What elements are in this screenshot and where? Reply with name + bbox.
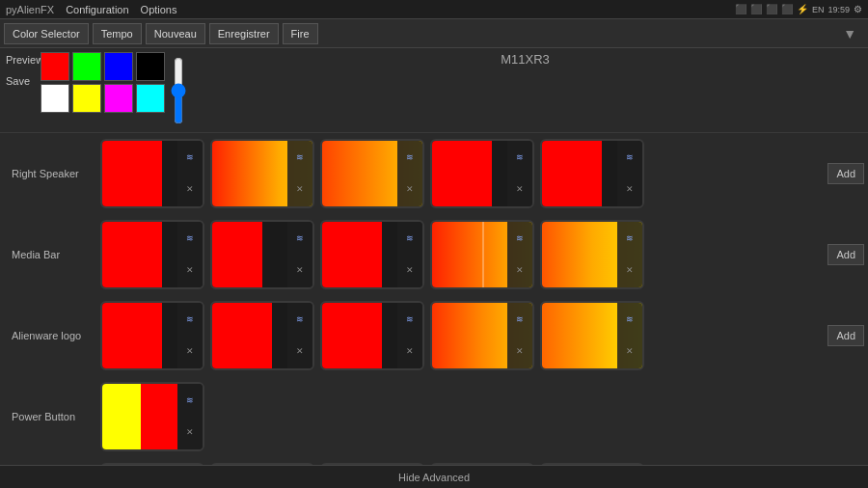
waveform-icon[interactable]: ≋: [626, 315, 634, 324]
main-zones: Right Speaker ≋ ✕ ≋ ✕: [0, 133, 868, 488]
preview-save-column: Preview Save: [6, 52, 37, 87]
waveform-icon[interactable]: ≋: [516, 315, 524, 324]
swatch-row-1: [41, 52, 165, 81]
light-card[interactable]: ≋ ✕: [430, 220, 534, 289]
light-card[interactable]: ≋ ✕: [320, 139, 424, 208]
zone-label-right-speaker: Right Speaker: [4, 168, 100, 179]
swatch-blue[interactable]: [104, 52, 133, 81]
app-title: pyAlienFX: [6, 4, 54, 15]
settings-icon[interactable]: ⚙: [854, 4, 862, 14]
waveform-icon[interactable]: ≋: [296, 315, 304, 324]
tray-icon-1: ⬛: [735, 4, 746, 14]
card-icons: ≋ ✕: [177, 384, 203, 449]
swatch-green[interactable]: [72, 52, 101, 81]
waveform-icon[interactable]: ≋: [186, 396, 194, 405]
zone-label-media-bar: Media Bar: [4, 249, 100, 260]
tempo-slider-area: [169, 52, 188, 129]
light-card[interactable]: ≋ ✕: [100, 139, 204, 208]
waveform-icon[interactable]: ≋: [406, 315, 414, 324]
light-card[interactable]: ≋ ✕: [320, 220, 424, 289]
add-button-media-bar[interactable]: Add: [827, 244, 864, 265]
close-icon[interactable]: ✕: [626, 346, 634, 356]
waveform-icon[interactable]: ≋: [186, 153, 194, 162]
close-icon[interactable]: ✕: [406, 346, 414, 356]
color-selector-label: Color Selector: [4, 23, 89, 44]
swatch-yellow[interactable]: [72, 84, 101, 113]
waveform-icon[interactable]: ≋: [186, 315, 194, 324]
close-icon[interactable]: ✕: [516, 184, 524, 194]
card-icons: ≋ ✕: [397, 303, 422, 368]
save-label: Save: [6, 73, 37, 87]
waveform-icon[interactable]: ≋: [516, 234, 524, 243]
light-card[interactable]: ≋ ✕: [100, 220, 204, 289]
time-display: 19:59: [827, 5, 850, 14]
menu-options[interactable]: Options: [141, 4, 177, 15]
light-card[interactable]: ≋ ✕: [540, 139, 644, 208]
waveform-icon[interactable]: ≋: [296, 234, 304, 243]
close-icon[interactable]: ✕: [186, 346, 194, 356]
lang-indicator: EN: [812, 5, 825, 14]
light-card[interactable]: ≋ ✕: [430, 301, 534, 370]
swatch-black[interactable]: [136, 52, 165, 81]
card-icons: ≋ ✕: [617, 222, 642, 287]
card-icons: ≋ ✕: [397, 141, 422, 206]
close-icon[interactable]: ✕: [296, 184, 304, 194]
waveform-icon[interactable]: ≋: [626, 153, 634, 162]
fire-button[interactable]: Fire: [283, 23, 318, 44]
waveform-icon[interactable]: ≋: [406, 153, 414, 162]
light-card[interactable]: ≋ ✕: [430, 139, 534, 208]
swatch-white[interactable]: [41, 84, 69, 113]
tempo-button[interactable]: Tempo: [93, 23, 142, 44]
hide-advanced-button[interactable]: Hide Advanced: [398, 472, 470, 483]
add-button-right-speaker[interactable]: Add: [827, 163, 864, 184]
bottom-bar: Hide Advanced: [0, 465, 868, 488]
battery-icon: ⚡: [797, 4, 808, 14]
zone-cards-media-bar: ≋ ✕ ≋ ✕ ≋ ✕: [100, 220, 824, 289]
waveform-icon[interactable]: ≋: [406, 234, 414, 243]
swatch-magenta[interactable]: [104, 84, 133, 113]
light-card[interactable]: ≋ ✕: [540, 301, 644, 370]
dropdown-arrow[interactable]: ▼: [843, 26, 864, 41]
waveform-icon[interactable]: ≋: [516, 153, 524, 162]
device-name-container: M11XR3: [188, 52, 862, 67]
nouveau-button[interactable]: Nouveau: [146, 23, 205, 44]
menu-configuration[interactable]: Configuration: [66, 4, 128, 15]
zone-cards-right-speaker: ≋ ✕ ≋ ✕ ≋ ✕: [100, 139, 824, 208]
card-icons: ≋ ✕: [617, 303, 642, 368]
light-card[interactable]: ≋ ✕: [320, 301, 424, 370]
menu-bar: pyAlienFX Configuration Options ⬛ ⬛ ⬛ ⬛ …: [0, 0, 868, 19]
close-icon[interactable]: ✕: [516, 265, 524, 275]
zone-cards-power-button: ≋ ✕: [100, 382, 864, 451]
card-icons: ≋ ✕: [177, 222, 203, 287]
close-icon[interactable]: ✕: [186, 427, 194, 437]
waveform-icon[interactable]: ≋: [626, 234, 634, 243]
close-icon[interactable]: ✕: [516, 346, 524, 356]
light-card[interactable]: ≋ ✕: [540, 220, 644, 289]
light-card[interactable]: ≋ ✕: [210, 220, 314, 289]
add-button-alienware-logo[interactable]: Add: [827, 325, 864, 346]
close-icon[interactable]: ✕: [406, 265, 414, 275]
light-card[interactable]: ≋ ✕: [210, 139, 314, 208]
zone-label-alienware-logo: Alienware logo: [4, 330, 100, 341]
close-icon[interactable]: ✕: [186, 184, 194, 194]
close-icon[interactable]: ✕: [296, 265, 304, 275]
waveform-icon[interactable]: ≋: [296, 153, 304, 162]
light-card[interactable]: ≋ ✕: [210, 301, 314, 370]
tempo-slider[interactable]: [169, 57, 188, 124]
card-icons: ≋ ✕: [177, 303, 203, 368]
device-name: M11XR3: [501, 52, 550, 67]
light-card[interactable]: ≋ ✕: [100, 382, 204, 451]
tray-icon-2: ⬛: [750, 4, 762, 14]
waveform-icon[interactable]: ≋: [186, 234, 194, 243]
close-icon[interactable]: ✕: [186, 265, 194, 275]
light-card[interactable]: ≋ ✕: [100, 301, 204, 370]
zone-power-button: Power Button ≋ ✕: [0, 376, 868, 457]
swatch-red[interactable]: [41, 52, 69, 81]
swatch-cyan[interactable]: [136, 84, 165, 113]
card-icons: ≋ ✕: [617, 141, 642, 206]
close-icon[interactable]: ✕: [406, 184, 414, 194]
enregistrer-button[interactable]: Enregistrer: [209, 23, 279, 44]
close-icon[interactable]: ✕: [296, 346, 304, 356]
close-icon[interactable]: ✕: [626, 265, 634, 275]
close-icon[interactable]: ✕: [626, 184, 634, 194]
